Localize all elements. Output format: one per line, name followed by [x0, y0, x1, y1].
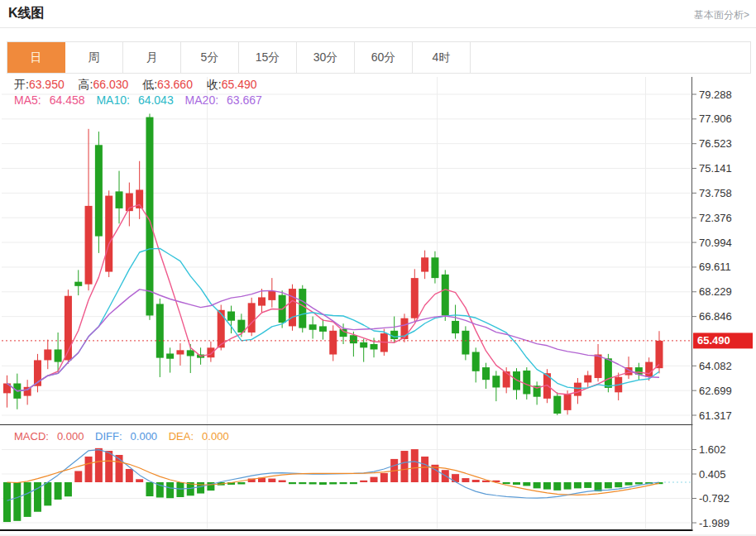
macd-bar-positive — [268, 479, 275, 482]
macd-bar-negative — [513, 482, 520, 485]
candle-up — [176, 350, 184, 354]
macd-bar-negative — [340, 482, 347, 484]
candle-down — [156, 304, 164, 357]
candle-down — [227, 311, 235, 320]
tab-15min[interactable]: 15分 — [239, 42, 297, 73]
macd-bar-negative — [176, 482, 184, 497]
title-divider — [0, 27, 756, 28]
macd-bar-negative — [615, 482, 622, 487]
macd-value: 0.000 — [57, 430, 84, 443]
high-value: 66.030 — [93, 78, 129, 91]
period-tabstrip: 日 周 月 5分 15分 30分 60分 4时 — [7, 41, 751, 74]
candle-up — [564, 394, 572, 409]
candle-down — [95, 145, 103, 236]
macd-bar-positive — [462, 478, 469, 482]
candle-up — [595, 355, 602, 378]
diff-value: 0.000 — [131, 430, 158, 443]
candle-up — [268, 291, 275, 300]
candle-up — [248, 303, 256, 333]
candle-down — [187, 350, 194, 356]
ma10-value: 64.043 — [138, 93, 174, 107]
ohlc-readout: 开:63.950 高:66.030 低:63.660 收:65.490 — [14, 78, 268, 93]
macd-bar-positive — [105, 451, 112, 482]
price-tick-label: 75.141 — [699, 162, 732, 175]
fundamental-analysis-link[interactable]: 基本面分析> — [694, 8, 749, 22]
macd-bar-positive — [126, 469, 133, 482]
candle-down — [472, 352, 480, 371]
macd-bar-positive — [421, 457, 428, 482]
candle-up — [655, 341, 663, 368]
candle-down — [309, 324, 317, 329]
macd-bar-negative — [319, 482, 327, 485]
price-tick-label: 76.523 — [699, 137, 732, 150]
macd-bar-negative — [523, 482, 530, 486]
macd-bar-negative — [625, 482, 633, 486]
dea-value: 0.000 — [202, 430, 229, 443]
macd-bar-negative — [309, 482, 317, 484]
price-tick-label: 72.376 — [699, 212, 732, 224]
tab-month[interactable]: 月 — [123, 42, 181, 73]
candle-down — [452, 321, 459, 333]
candle-down — [462, 331, 469, 355]
candle-up — [584, 376, 591, 383]
tab-day[interactable]: 日 — [7, 42, 65, 73]
candle-up — [289, 289, 296, 326]
candle-down — [523, 371, 530, 394]
macd-readout: MACD:0.000 DIFF:0.000 DEA:0.000 — [14, 430, 237, 443]
tab-5min[interactable]: 5分 — [181, 42, 239, 73]
candle-down — [55, 349, 62, 361]
diff-line — [7, 450, 660, 501]
macd-bar-negative — [55, 482, 62, 500]
macd-bar-negative — [329, 482, 337, 484]
candle-down — [605, 358, 612, 388]
ma5-value: 64.458 — [50, 93, 85, 107]
macd-tick-label: -1.989 — [699, 517, 730, 529]
tab-60min[interactable]: 60分 — [355, 42, 413, 73]
candle-down — [116, 191, 123, 208]
macd-bar-positive — [380, 473, 388, 482]
candle-up — [258, 297, 266, 305]
price-tick-label: 70.994 — [699, 237, 732, 249]
tab-week[interactable]: 周 — [65, 42, 123, 73]
tab-30min[interactable]: 30分 — [297, 42, 355, 73]
tab-4hour[interactable]: 4时 — [413, 42, 471, 73]
macd-bar-negative — [553, 482, 561, 491]
price-tick-label: 69.611 — [699, 261, 731, 273]
candle-down — [492, 376, 500, 387]
price-tick-label: 73.758 — [699, 187, 732, 199]
macd-bar-negative — [44, 482, 51, 505]
macd-bar-negative — [237, 482, 245, 484]
macd-bar-positive — [95, 448, 103, 482]
macd-bar-positive — [360, 481, 367, 482]
open-value: 63.950 — [29, 78, 65, 91]
macd-bar-negative — [584, 482, 591, 488]
close-value: 65.490 — [222, 78, 257, 91]
candle-down — [350, 335, 357, 343]
candle-up — [85, 206, 93, 285]
candle-up — [421, 257, 428, 271]
candle-down — [74, 282, 82, 286]
candle-up — [411, 278, 419, 318]
low-value: 63.660 — [157, 78, 193, 91]
macd-bar-negative — [13, 482, 21, 521]
macd-bar-positive — [74, 471, 82, 482]
candle-up — [574, 383, 581, 396]
macd-tick-label: -0.792 — [699, 492, 730, 505]
macd-bar-negative — [299, 482, 306, 484]
high-label: 高: — [79, 78, 93, 91]
price-tick-label: 64.082 — [699, 360, 732, 372]
macd-bar-negative — [166, 482, 174, 498]
macd-bar-negative — [65, 482, 72, 496]
macd-bar-negative — [605, 482, 612, 488]
macd-bar-positive — [371, 477, 378, 482]
ma20-label: MA20: — [185, 93, 218, 107]
current-price-badge-value: 65.490 — [697, 334, 730, 347]
macd-tick-label: 1.602 — [699, 443, 726, 456]
candle-up — [503, 371, 510, 387]
macd-bar-positive — [136, 479, 143, 482]
ma5-label: MA5: — [14, 93, 41, 107]
candle-down — [340, 329, 347, 337]
price-tick-label: 61.317 — [699, 409, 732, 422]
candle-down — [442, 275, 449, 316]
macd-bar-positive — [411, 449, 419, 482]
